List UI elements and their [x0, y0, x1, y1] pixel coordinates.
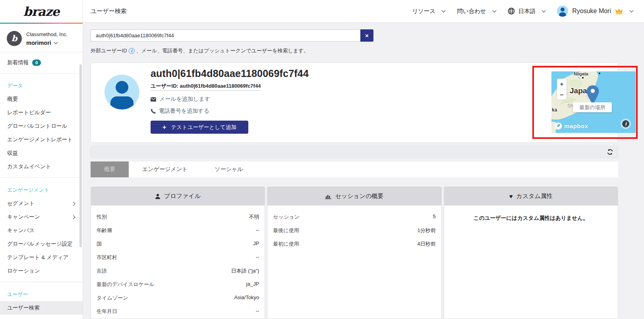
sidebar-section-title: データ — [0, 76, 83, 92]
sidebar-item[interactable]: キャンバス — [0, 224, 83, 237]
chevron-down-icon — [630, 8, 634, 12]
sidebar-item-label: グローバルコントロール — [7, 123, 67, 130]
sidebar-item-label: ロケーション — [7, 267, 40, 275]
sidebar-item[interactable]: レポートビルダー — [0, 106, 83, 119]
map-zoom-out-button[interactable]: − — [557, 89, 567, 100]
table-row: 性別 不明 — [91, 210, 265, 224]
user-menu[interactable]: Ryosuke Mori — [557, 6, 633, 17]
sessions-card: セッションの概要 セッション 5 最後に使用 1分秒前 — [267, 186, 441, 319]
refresh-button[interactable] — [606, 149, 614, 156]
table-row: 国 JP — [91, 237, 265, 251]
table-row: 市区町村 -- — [91, 251, 265, 264]
table-row: 言語 日本語 ("ja") — [91, 264, 265, 278]
workspace-avatar: b — [7, 31, 22, 46]
user-title: auth0|61fb4d80aae1180069fc7f44 — [151, 68, 309, 79]
user-summary-card: auth0|61fb4d80aae1180069fc7f44 ユーザーID: a… — [91, 62, 618, 143]
info-icon[interactable]: i — [129, 48, 135, 54]
map-info-button[interactable]: i — [621, 119, 631, 129]
sidebar-item[interactable]: テンプレート & メディア — [0, 251, 83, 264]
main-content: × 外部ユーザーID i 、メール、電話番号、またはプッシュトークンでユーザーを… — [83, 23, 644, 319]
add-email-link[interactable]: メールを追加します — [151, 96, 309, 103]
sidebar-item[interactable]: ロケーション — [0, 264, 83, 278]
add-test-user-button[interactable]: + テストユーザーとして追加 — [151, 121, 248, 134]
sidebar-item-label: グローバルメッセージ設定 — [7, 240, 73, 248]
bar-chart-icon — [325, 194, 331, 199]
user-search-input[interactable] — [91, 29, 360, 42]
braze-logo-link[interactable]: braze — [0, 0, 83, 23]
info-icon: i — [622, 120, 629, 127]
map-label-niigata: Niigata — [574, 71, 588, 76]
table-row: 年齢層 -- — [91, 224, 265, 237]
add-phone-link[interactable]: 電話番号を追加する — [151, 108, 309, 115]
workspace-company: Classmethod, Inc. — [26, 31, 68, 37]
clear-search-button[interactable]: × — [360, 29, 373, 42]
user-name: Ryosuke Mori — [572, 8, 611, 15]
sidebar-item-label: カスタムイベント — [7, 163, 51, 170]
sidebar-item-label: エンゲージメントレポート — [7, 136, 73, 143]
workspace-name: morimori — [26, 40, 51, 46]
chevron-down-icon — [492, 8, 496, 12]
tab-bar: 概要 エンゲージメント ソーシャル — [91, 161, 618, 177]
whats-new-badge: 0 — [32, 60, 41, 66]
sidebar-section-users: ユーザー ユーザー検索 — [0, 282, 83, 319]
custom-attributes-empty-message: このユーザーにはカスタム属性はありません。 — [444, 206, 618, 231]
chevron-down-icon — [542, 8, 546, 12]
table-row: 生年月日 -- — [91, 305, 265, 318]
map-city-dot — [582, 77, 584, 79]
table-row: タイムゾーン Asia/Tokyo — [91, 291, 265, 305]
profile-card: プロファイル 性別 不明 年齢層 -- — [91, 186, 265, 319]
nav-resources[interactable]: リソース — [412, 8, 445, 15]
sidebar: braze b Classmethod, Inc. morimori 新着情報 … — [0, 0, 83, 319]
location-map[interactable]: Niigata Japan Shizu ka + − 最新の場所 mapbox … — [551, 71, 636, 133]
nav-contact[interactable]: 問い合わせ — [457, 8, 496, 15]
sidebar-item-label: テンプレート & メディア — [7, 254, 68, 261]
cards-row: プロファイル 性別 不明 年齢層 -- — [91, 186, 618, 319]
phone-icon — [151, 109, 156, 114]
workspace-switcher[interactable]: b Classmethod, Inc. morimori — [0, 24, 83, 52]
mapbox-logo-icon — [555, 122, 562, 130]
refresh-icon — [607, 149, 613, 155]
custom-attributes-card: ♥ カスタム属性 このユーザーにはカスタム属性はありません。 — [444, 186, 618, 319]
profile-card-header: プロファイル — [91, 187, 265, 206]
tab[interactable]: エンゲージメント — [129, 161, 201, 177]
custom-attributes-card-header: ♥ カスタム属性 — [444, 187, 618, 206]
sidebar-item-label: セグメント — [7, 200, 35, 207]
sidebar-item[interactable]: キャンペーン — [0, 210, 83, 224]
crown-icon — [615, 8, 623, 15]
sidebar-section-title: エンゲージメント — [0, 180, 83, 197]
search-helper-text: 外部ユーザーID i 、メール、電話番号、またはプッシュトークンでユーザーを検索… — [91, 47, 309, 54]
profile-avatar — [104, 75, 139, 110]
sidebar-item[interactable]: エンゲージメントレポート — [0, 133, 83, 146]
nav-language[interactable]: 日本語 — [508, 8, 545, 15]
table-row: セッション 5 — [267, 210, 441, 224]
sidebar-item-user-search[interactable]: ユーザー検索 — [0, 301, 83, 315]
sidebar-item-whats-new[interactable]: 新着情報 0 — [0, 52, 83, 73]
user-id-text: ユーザーID: auth0|61fb4d80aae1180069fc7f44 — [151, 83, 261, 91]
heart-icon: ♥ — [509, 193, 513, 199]
latest-location-tooltip: 最新の場所 — [573, 102, 612, 112]
sidebar-item[interactable]: カスタムイベント — [0, 160, 83, 173]
page-title: ユーザー検索 — [91, 8, 127, 15]
plus-icon: + — [162, 124, 166, 131]
sidebar-item[interactable]: 収益 — [0, 146, 83, 160]
mapbox-attribution[interactable]: mapbox — [555, 122, 588, 130]
sidebar-section-engagement: エンゲージメント セグメント キャンペーン キャンバス グローバルメッセ — [0, 178, 83, 282]
sidebar-item[interactable]: セグメント — [0, 197, 83, 210]
sidebar-scrollbar[interactable] — [79, 64, 82, 247]
chevron-down-icon — [54, 40, 58, 44]
tab[interactable]: ソーシャル — [201, 161, 256, 177]
tab[interactable]: 概要 — [91, 161, 129, 177]
sidebar-item[interactable]: 概要 — [0, 92, 83, 106]
sidebar-item-label: 概要 — [7, 96, 18, 103]
sidebar-item[interactable]: グローバルメッセージ設定 — [0, 237, 83, 251]
user-avatar — [557, 6, 568, 17]
map-city-dot — [599, 73, 600, 74]
map-zoom-in-button[interactable]: + — [557, 79, 567, 89]
braze-dashboard: braze b Classmethod, Inc. morimori 新着情報 … — [0, 0, 644, 319]
map-label-osaka-fragment: ka — [552, 107, 557, 113]
card-footer-strip — [91, 146, 618, 158]
sidebar-item[interactable]: グローバルコントロール — [0, 119, 83, 133]
sidebar-item-label: レポートビルダー — [7, 109, 51, 116]
table-row: 最後に使用 1分秒前 — [267, 224, 441, 237]
topnav: リソース 問い合わせ 日本語 Ryosuke Mori — [412, 6, 633, 17]
